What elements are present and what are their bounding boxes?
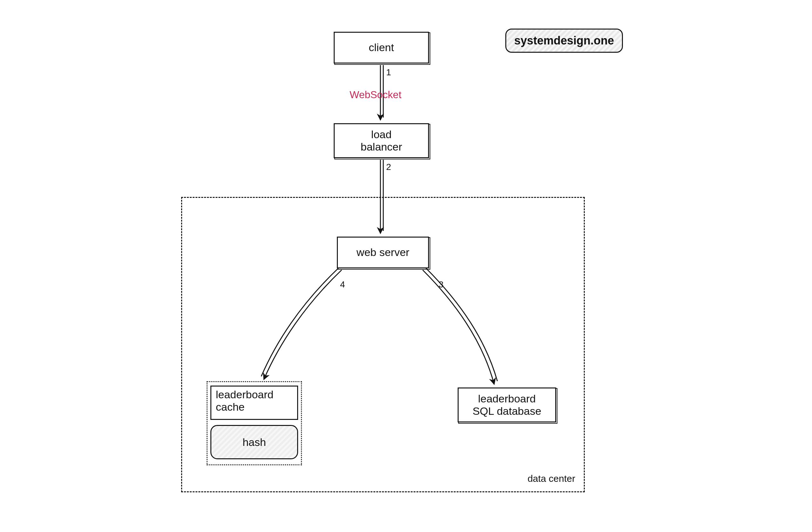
diagram-canvas: systemdesign.one data center client load… bbox=[0, 0, 812, 532]
node-leaderboard-cache-label: leaderboard cache bbox=[216, 388, 273, 413]
edge-2-step: 2 bbox=[386, 162, 391, 172]
node-leaderboard-sql: leaderboard SQL database bbox=[458, 387, 556, 423]
node-load-balancer: load balancer bbox=[334, 123, 429, 158]
watermark-text: systemdesign.one bbox=[514, 34, 614, 47]
node-hash: hash bbox=[211, 425, 298, 459]
node-client: client bbox=[334, 32, 429, 63]
node-load-balancer-label: load balancer bbox=[361, 128, 402, 153]
edge-1-step: 1 bbox=[386, 67, 391, 77]
node-hash-label: hash bbox=[243, 436, 266, 448]
node-leaderboard-cache: leaderboard cache bbox=[211, 386, 298, 420]
node-leaderboard-sql-label: leaderboard SQL database bbox=[473, 393, 541, 417]
edge-3-step: 3 bbox=[438, 280, 444, 290]
edge-1-label: WebSocket bbox=[350, 89, 401, 101]
node-client-label: client bbox=[369, 41, 394, 54]
node-web-server: web server bbox=[337, 237, 429, 268]
edge-4-step: 4 bbox=[340, 280, 345, 290]
watermark-badge: systemdesign.one bbox=[505, 29, 623, 53]
region-data-center-label: data center bbox=[502, 473, 575, 484]
node-web-server-label: web server bbox=[357, 246, 409, 258]
